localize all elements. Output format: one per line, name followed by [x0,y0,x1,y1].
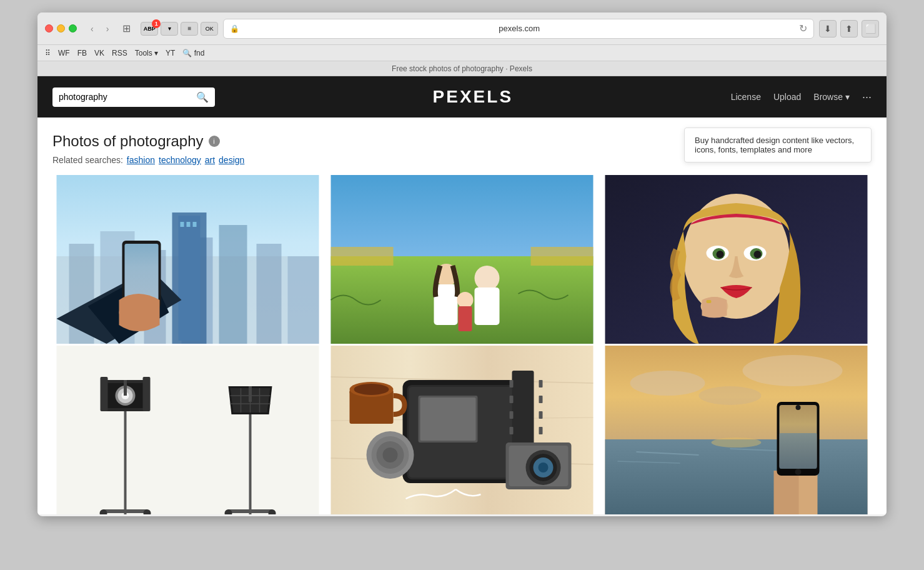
svg-point-75 [354,384,389,395]
upload-link[interactable]: Upload [773,92,801,102]
svg-point-111 [796,405,801,410]
address-bar-container[interactable]: 🔒 ↻ [223,19,814,39]
browse-chevron-icon: ▾ [845,92,850,102]
svg-rect-11 [181,222,184,227]
browse-label: Browse [813,92,843,102]
svg-rect-23 [475,288,500,325]
extension-buttons: ABP 1 ▾ ≡ OK [141,22,218,36]
svg-rect-6 [219,225,247,344]
adblock-button[interactable]: ABP 1 [141,22,158,36]
related-label: Related searches: [52,155,123,165]
page-title-bar: Free stock photos of photography · Pexel… [37,61,887,76]
svg-rect-84 [539,411,543,419]
svg-rect-79 [510,411,514,419]
bookmark-rss[interactable]: RSS [112,49,127,58]
svg-rect-80 [510,427,514,434]
page-title-text: Photos of photography [52,132,204,150]
svg-point-99 [743,355,843,386]
close-button[interactable] [45,24,53,32]
svg-rect-37 [707,300,712,303]
ad-banner: Buy handcrafted design content like vect… [684,128,872,162]
ext-button-2[interactable]: ▾ [161,22,178,36]
bookmark-vk[interactable]: VK [94,49,104,58]
bookmark-fb[interactable]: FB [77,49,87,58]
photo-camera-table[interactable] [325,346,597,514]
svg-rect-38 [57,346,319,514]
search-input[interactable] [59,92,191,102]
svg-rect-77 [510,380,514,388]
svg-rect-109 [780,433,817,469]
svg-rect-21 [531,247,594,266]
traffic-lights [45,24,77,32]
svg-point-92 [539,462,549,472]
photo-city-phone[interactable] [52,175,323,344]
svg-rect-8 [288,256,319,344]
notification-badge: 1 [152,19,161,28]
bookmark-bar: ⠿ WF FB VK RSS Tools ▾ YT 🔍 fnd [37,45,887,61]
related-art[interactable]: art [205,155,215,165]
related-fashion[interactable]: fashion [127,155,155,165]
photo-woman-portrait[interactable] [599,175,872,344]
svg-rect-78 [510,396,514,403]
browse-dropdown[interactable]: Browse ▾ [813,92,850,102]
search-box[interactable]: 🔍 [52,88,215,107]
ext-button-4[interactable]: OK [201,22,218,36]
license-link[interactable]: License [731,92,761,102]
svg-point-26 [457,292,474,308]
svg-point-100 [699,386,762,405]
browser-window: ‹ › ⊞ ABP 1 ▾ ≡ OK 🔒 ↻ ⬇ ⬆ ⬜ ⠿ WF FB VK … [37,12,887,516]
more-options-button[interactable]: ··· [862,91,872,104]
search-icon[interactable]: 🔍 [196,91,209,103]
window-button[interactable]: ⬜ [862,20,879,38]
bookmark-tools[interactable]: Tools ▾ [135,49,158,58]
maximize-button[interactable] [69,24,77,32]
main-content: Photos of photography i Related searches… [37,118,887,514]
photo-row-1 [52,175,872,344]
svg-point-35 [754,251,762,258]
svg-rect-101 [605,439,868,514]
svg-rect-27 [459,306,472,331]
photo-beach-phone[interactable] [599,346,872,514]
minimize-button[interactable] [57,24,65,32]
bookmark-grid[interactable]: ⠿ [45,49,51,58]
svg-rect-20 [331,247,394,266]
related-technology[interactable]: technology [159,155,201,165]
header-nav: License Upload Browse ▾ ··· [731,91,872,104]
info-icon[interactable]: i [209,136,220,147]
svg-rect-10 [179,216,201,341]
svg-rect-69 [420,398,476,441]
address-bar[interactable] [243,24,795,33]
reload-button[interactable]: ↻ [799,22,807,34]
svg-rect-83 [539,396,543,403]
page-tab-title: Free stock photos of photography · Pexel… [392,64,532,73]
svg-rect-13 [193,222,197,227]
svg-point-22 [475,266,500,291]
forward-button[interactable]: › [102,21,113,36]
svg-rect-16 [125,244,159,301]
bookmark-yt[interactable]: YT [166,49,175,58]
share-button[interactable]: ⬆ [840,20,858,38]
right-controls: ⬇ ⬆ ⬜ [819,20,879,38]
svg-rect-7 [257,244,282,344]
related-design[interactable]: design [219,155,244,165]
site-logo: PEXELS [225,87,721,107]
svg-rect-85 [539,427,543,434]
sidebar-button[interactable]: ⊞ [117,20,136,37]
svg-rect-12 [187,222,191,227]
photo-row-2 [52,346,872,514]
bookmark-fnd[interactable]: 🔍 fnd [182,49,204,58]
photo-grid-container [37,175,887,514]
svg-point-96 [383,448,398,462]
ext-button-3[interactable]: ≡ [181,22,198,36]
svg-rect-82 [539,380,543,388]
photo-studio-lights[interactable] [52,346,323,514]
title-bar: ‹ › ⊞ ABP 1 ▾ ≡ OK 🔒 ↻ ⬇ ⬆ ⬜ [37,12,887,45]
download-button[interactable]: ⬇ [819,20,837,38]
svg-point-110 [795,469,802,475]
page-header: Photos of photography i Related searches… [37,118,887,175]
bookmark-wf[interactable]: WF [58,49,70,58]
svg-rect-48 [101,377,108,411]
back-button[interactable]: ‹ [87,21,97,36]
photo-family-field[interactable] [325,175,597,344]
svg-point-34 [717,251,724,258]
